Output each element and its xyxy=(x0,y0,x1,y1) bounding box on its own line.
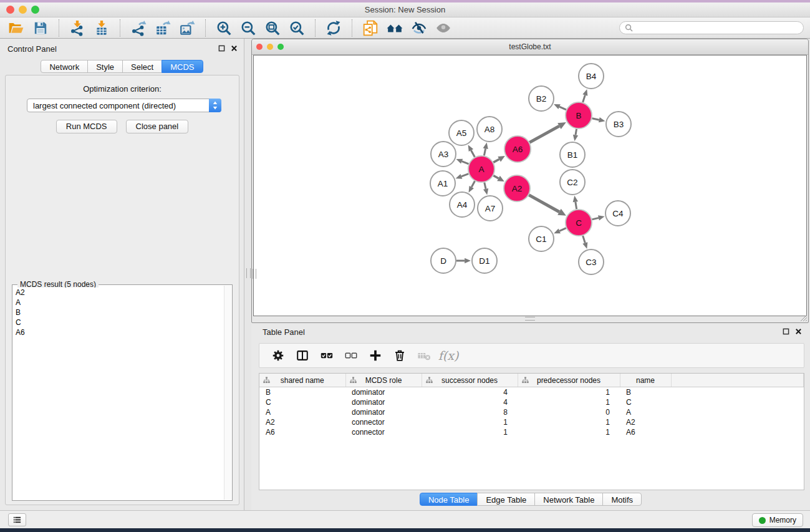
network-canvas[interactable]: B4B2BB3A5A8A6A3B1AA1C2A2A4A7C4CC1C3DD1 xyxy=(253,55,807,316)
node-A3[interactable]: A3 xyxy=(431,142,456,167)
run-mcds-button[interactable]: Run MCDS xyxy=(56,120,117,133)
column-header-successor-nodes[interactable]: successor nodes xyxy=(422,374,518,387)
node-A7[interactable]: A7 xyxy=(478,196,503,221)
node-B3[interactable]: B3 xyxy=(606,112,631,137)
column-header-shared-name[interactable]: shared name xyxy=(259,374,345,387)
mcds-result-item[interactable]: A2 xyxy=(16,288,224,297)
table-row[interactable]: Cdominator41C xyxy=(259,397,804,407)
mcds-result-item[interactable]: C xyxy=(16,317,224,327)
edge-A-A1[interactable] xyxy=(456,174,469,179)
node-A4[interactable]: A4 xyxy=(450,192,475,217)
home-view-button[interactable] xyxy=(385,19,405,37)
save-session-button[interactable] xyxy=(31,19,51,37)
close-table-panel-icon[interactable] xyxy=(795,328,802,335)
delete-column-button[interactable] xyxy=(392,347,408,364)
zoom-selected-button[interactable] xyxy=(287,19,307,37)
edge-A-A8[interactable] xyxy=(483,143,488,156)
edge-A-A5[interactable] xyxy=(468,145,475,157)
node-A5[interactable]: A5 xyxy=(449,120,474,145)
edge-D-D1[interactable] xyxy=(456,258,471,263)
import-table-button[interactable] xyxy=(92,19,112,37)
task-history-button[interactable] xyxy=(8,513,26,526)
zoom-network-window-button[interactable] xyxy=(277,44,284,50)
tab-edge-table[interactable]: Edge Table xyxy=(477,493,535,506)
panel-divider-grip[interactable] xyxy=(246,268,251,278)
table-row[interactable]: A6connector11A6 xyxy=(259,427,804,437)
node-B[interactable]: B xyxy=(566,102,592,128)
minimize-window-button[interactable] xyxy=(19,6,27,14)
mcds-result-item[interactable]: A xyxy=(16,297,224,307)
network-window-titlebar[interactable]: testGlobe.txt xyxy=(252,39,808,55)
search-input[interactable] xyxy=(633,22,803,33)
open-session-button[interactable] xyxy=(6,19,26,37)
optimization-criterion-select[interactable]: largest connected component (directed) xyxy=(27,99,221,112)
node-A1[interactable]: A1 xyxy=(430,171,455,196)
node-A6[interactable]: A6 xyxy=(504,136,531,162)
column-header-MCDS-role[interactable]: MCDS role xyxy=(345,374,422,387)
table-row[interactable]: Bdominator41B xyxy=(259,387,804,398)
node-A[interactable]: A xyxy=(468,156,494,182)
node-C1[interactable]: C1 xyxy=(529,226,554,251)
mcds-result-item[interactable]: B xyxy=(16,307,224,317)
column-header-name[interactable]: name xyxy=(620,374,671,387)
edge-A-A2[interactable] xyxy=(493,176,504,182)
minimize-network-window-button[interactable] xyxy=(267,44,273,50)
export-network-button[interactable] xyxy=(128,19,148,37)
edge-A-A4[interactable] xyxy=(469,181,475,192)
tab-network[interactable]: Network xyxy=(41,60,88,73)
edge-C-C4[interactable] xyxy=(592,215,604,220)
mcds-result-item[interactable]: A6 xyxy=(16,327,224,337)
tab-select[interactable]: Select xyxy=(122,60,162,73)
result-scrollbar[interactable] xyxy=(224,286,231,500)
show-details-button[interactable] xyxy=(433,19,453,37)
edge-C-C3[interactable] xyxy=(582,236,587,249)
edge-B-B1[interactable] xyxy=(573,129,578,142)
close-window-button[interactable] xyxy=(6,6,14,14)
zoom-window-button[interactable] xyxy=(31,6,39,14)
node-D[interactable]: D xyxy=(431,248,456,273)
tab-mcds[interactable]: MCDS xyxy=(162,60,203,73)
edge-A-A3[interactable] xyxy=(456,159,468,164)
zoom-out-button[interactable] xyxy=(238,19,258,37)
edge-B-B4[interactable] xyxy=(582,89,587,102)
zoom-in-button[interactable] xyxy=(214,19,234,37)
node-B1[interactable]: B1 xyxy=(560,142,585,167)
float-table-panel-icon[interactable] xyxy=(783,328,789,335)
add-column-button[interactable] xyxy=(367,347,383,364)
node-B2[interactable]: B2 xyxy=(529,86,554,111)
node-C4[interactable]: C4 xyxy=(605,201,630,226)
node-C[interactable]: C xyxy=(566,210,592,236)
tab-network-table[interactable]: Network Table xyxy=(534,493,603,506)
tab-style[interactable]: Style xyxy=(87,60,123,73)
table-row[interactable]: Adominator80A xyxy=(259,407,804,417)
close-panel-icon[interactable] xyxy=(231,45,238,52)
edge-A2-C[interactable] xyxy=(529,195,566,216)
node-D1[interactable]: D1 xyxy=(472,248,497,273)
edge-B-B2[interactable] xyxy=(554,104,566,110)
delete-table-button[interactable] xyxy=(416,347,432,364)
export-image-button[interactable] xyxy=(177,19,197,37)
select-all-rows-button[interactable] xyxy=(319,347,335,364)
window-left-grip[interactable] xyxy=(253,269,256,279)
toggle-column-view-button[interactable] xyxy=(294,347,311,364)
edge-A-A7[interactable] xyxy=(483,182,488,195)
window-bottom-grip[interactable] xyxy=(525,317,535,321)
function-builder-button[interactable]: f(x) xyxy=(440,347,456,364)
window-resize-corner-icon[interactable] xyxy=(800,314,808,322)
table-row[interactable]: A2connector11A2 xyxy=(259,417,804,427)
edge-C-C1[interactable] xyxy=(554,228,566,234)
node-C3[interactable]: C3 xyxy=(579,249,604,274)
tab-motifs[interactable]: Motifs xyxy=(602,493,642,506)
edge-B-B3[interactable] xyxy=(592,117,605,122)
hide-graphics-details-button[interactable] xyxy=(409,19,429,37)
edge-A6-B[interactable] xyxy=(529,122,566,142)
zoom-fit-button[interactable] xyxy=(263,19,282,37)
search-field[interactable] xyxy=(619,21,804,34)
close-panel-button[interactable]: Close panel xyxy=(126,120,189,133)
node-A8[interactable]: A8 xyxy=(477,117,502,142)
edge-C-C2[interactable] xyxy=(573,196,578,210)
table-settings-gear-button[interactable] xyxy=(270,347,286,364)
edge-A-A6[interactable] xyxy=(493,156,505,162)
node-B4[interactable]: B4 xyxy=(579,64,604,89)
deselect-all-rows-button[interactable] xyxy=(343,347,359,364)
